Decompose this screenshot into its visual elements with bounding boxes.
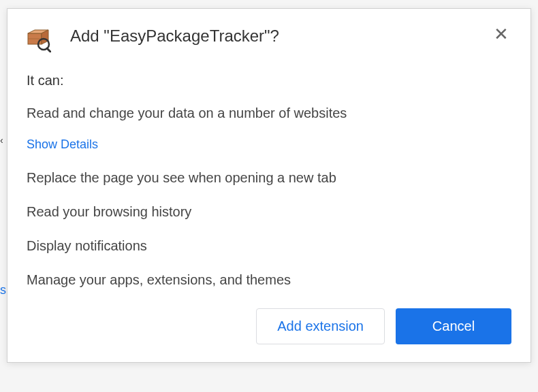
permission-item: Replace the page you see when opening a …	[27, 168, 511, 187]
permission-item: Read and change your data on a number of…	[27, 103, 511, 122]
permission-item: Display notifications	[27, 236, 511, 255]
permissions-intro: It can:	[27, 73, 511, 88]
extension-icon	[27, 28, 51, 52]
background-arrow: ‹	[0, 135, 3, 146]
show-details-link[interactable]: Show Details	[27, 137, 98, 152]
permission-item: Read your browsing history	[27, 202, 511, 221]
dialog-actions: Add extension Cancel	[27, 308, 511, 344]
cancel-button[interactable]: Cancel	[396, 308, 511, 344]
extension-install-dialog: Add "EasyPackageTracker"? ✕ It can: Read…	[7, 8, 531, 363]
dialog-header: Add "EasyPackageTracker"? ✕	[27, 25, 511, 52]
permission-item: Manage your apps, extensions, and themes	[27, 270, 511, 289]
close-icon[interactable]: ✕	[491, 25, 511, 43]
svg-line-5	[47, 48, 50, 52]
add-extension-button[interactable]: Add extension	[256, 308, 385, 344]
background-text-fragment: s	[0, 283, 6, 297]
dialog-title: Add "EasyPackageTracker"?	[70, 25, 491, 46]
